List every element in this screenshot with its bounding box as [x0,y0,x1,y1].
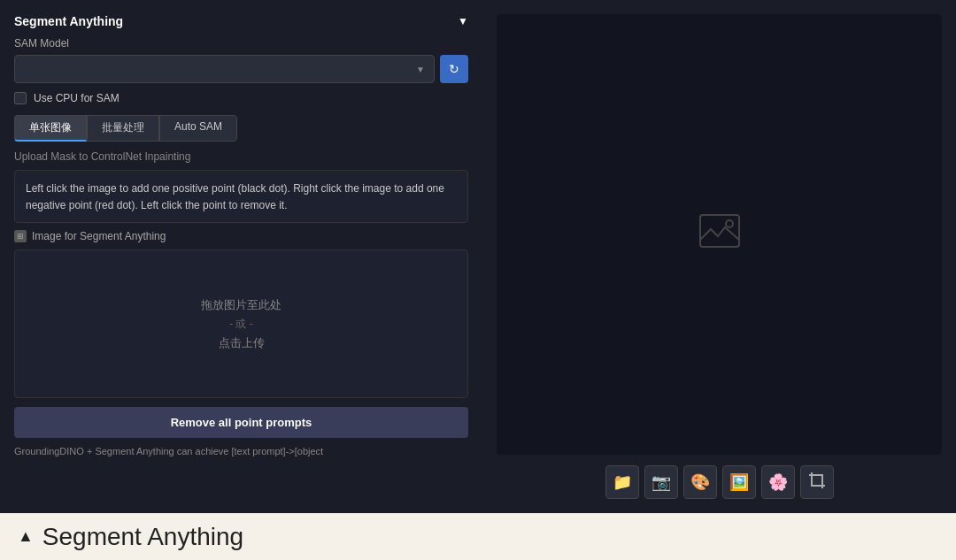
instruction-text: Left click the image to add one positive… [26,182,444,211]
svg-point-1 [726,220,733,227]
folder-icon: 📁 [613,472,632,492]
model-select[interactable]: ▼ [14,55,435,83]
svg-rect-0 [700,215,739,247]
toolbar-row: 📁 📷 🎨 🖼️ 🌸 [497,465,942,499]
toolbar-camera-button[interactable]: 📷 [644,465,678,499]
bottom-bar: ▲ Segment Anything [0,513,956,560]
image-source-label: Image for Segment Anything [32,230,166,242]
upload-text-main: 拖放图片至此处 [201,297,281,313]
remove-all-prompts-button[interactable]: Remove all point prompts [14,407,468,438]
select-arrow-icon: ▼ [416,65,425,74]
cpu-label: Use CPU for SAM [34,92,120,104]
paint-icon: 🎨 [690,472,710,492]
upload-mask-label: Upload Mask to ControlNet Inpainting [14,150,468,163]
right-panel: 📁 📷 🎨 🖼️ 🌸 [482,0,956,513]
panel-toggle-icon[interactable]: ▼ [458,15,468,27]
tab-auto-sam[interactable]: Auto SAM [159,115,237,142]
toolbar-flower-button[interactable]: 🌸 [761,465,795,499]
tab-single-image[interactable]: 单张图像 [14,115,87,142]
upload-area[interactable]: 拖放图片至此处 - 或 - 点击上传 [14,249,468,398]
main-container: Segment Anything ▼ SAM Model ▼ ↻ Use CPU… [0,0,956,513]
preview-placeholder-icon [698,213,741,257]
toolbar-image-button[interactable]: 🖼️ [722,465,756,499]
footer-text: GroundingDINO + Segment Anything can ach… [14,445,468,458]
bottom-title: Segment Anything [42,523,243,551]
toolbar-crop-button[interactable] [800,465,834,499]
panel-header: Segment Anything ▼ [14,14,468,28]
refresh-button[interactable]: ↻ [440,55,468,83]
bottom-triangle-icon: ▲ [18,527,34,546]
instruction-box: Left click the image to add one positive… [14,170,468,223]
toolbar-folder-button[interactable]: 📁 [605,465,639,499]
camera-icon: 📷 [651,472,671,492]
refresh-icon: ↻ [449,62,459,76]
preview-area [497,14,942,455]
sam-model-label: SAM Model [14,37,468,50]
tab-batch[interactable]: 批量处理 [87,115,159,142]
left-panel: Segment Anything ▼ SAM Model ▼ ↻ Use CPU… [0,0,482,513]
crop-icon [808,472,826,494]
cpu-checkbox-row: Use CPU for SAM [14,92,468,104]
cpu-checkbox[interactable] [14,92,27,104]
image-source-row: ⊞ Image for Segment Anything [14,230,468,242]
image-source-icon: ⊞ [14,230,27,242]
tabs-row: 单张图像 批量处理 Auto SAM [14,115,468,142]
image-icon: 🖼️ [729,472,749,492]
toolbar-paint-button[interactable]: 🎨 [683,465,717,499]
flower-icon: 🌸 [768,472,788,492]
model-row: ▼ ↻ [14,55,468,83]
upload-text-click: 点击上传 [219,335,265,351]
panel-title: Segment Anything [14,14,123,28]
upload-text-or: - 或 - [229,317,253,332]
